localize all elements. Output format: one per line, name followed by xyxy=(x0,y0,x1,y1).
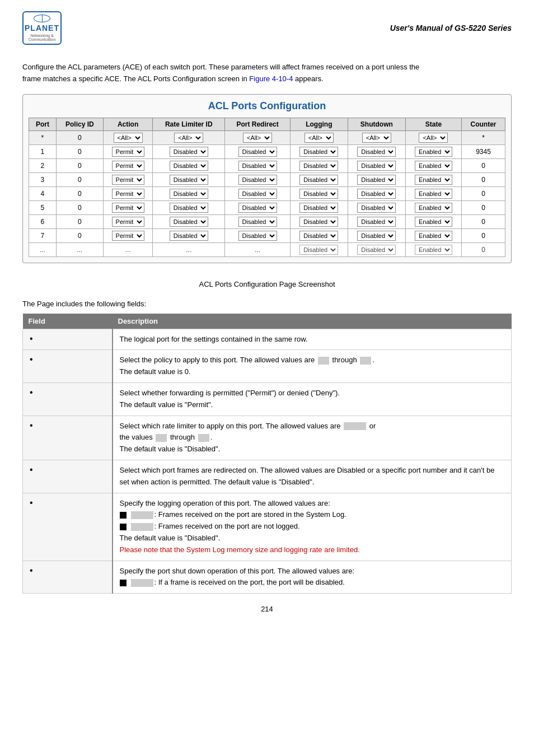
cell-shutdown[interactable]: Disabled xyxy=(348,158,405,172)
action-select[interactable]: <All> xyxy=(114,133,143,143)
cell-rate-limiter[interactable]: Disabled xyxy=(153,144,225,158)
cell-shutdown[interactable]: Disabled xyxy=(348,186,405,200)
port-redirect-select[interactable]: Disabled xyxy=(238,189,277,199)
cell-rate-limiter[interactable]: Disabled xyxy=(153,158,225,172)
shutdown-select[interactable]: Disabled xyxy=(357,231,396,241)
cell-action[interactable]: Permit xyxy=(103,214,152,228)
rate-limiter-select[interactable]: Disabled xyxy=(170,161,208,171)
shutdown-select[interactable]: <All> xyxy=(362,133,391,143)
cell-rate-limiter[interactable]: Disabled xyxy=(153,214,225,228)
state-select[interactable]: <All> xyxy=(419,133,448,143)
cell-logging[interactable]: Disabled xyxy=(290,186,348,200)
cell-shutdown[interactable]: Disabled xyxy=(348,144,405,158)
cell-rate-limiter[interactable]: Disabled xyxy=(153,200,225,214)
logging-select[interactable]: Disabled xyxy=(299,231,338,241)
action-select[interactable]: Permit xyxy=(112,147,144,157)
cell-policy-id: 0 xyxy=(56,158,103,172)
cell-port-redirect[interactable]: Disabled xyxy=(225,158,291,172)
port-redirect-select[interactable]: Disabled xyxy=(238,231,277,241)
cell-shutdown[interactable]: Disabled xyxy=(348,228,405,242)
cell-port-redirect[interactable]: <All> xyxy=(225,130,291,144)
action-select[interactable]: Permit xyxy=(112,175,144,185)
cell-port-redirect[interactable]: Disabled xyxy=(225,186,291,200)
port-redirect-select[interactable]: Disabled xyxy=(238,217,277,227)
state-select[interactable]: Enabled xyxy=(415,161,452,171)
state-select[interactable]: Enabled xyxy=(415,203,452,213)
rate-limiter-select[interactable]: Disabled xyxy=(170,189,208,199)
port-redirect-select[interactable]: Disabled xyxy=(238,161,277,171)
action-select[interactable]: Permit xyxy=(112,217,144,227)
cell-logging[interactable]: Disabled xyxy=(290,144,348,158)
state-select[interactable]: Enabled xyxy=(415,175,452,185)
cell-policy-id: 0 xyxy=(56,200,103,214)
state-select[interactable]: Enabled xyxy=(415,147,452,157)
shutdown-select[interactable]: Disabled xyxy=(357,203,396,213)
cell-rate-limiter[interactable]: Disabled xyxy=(153,228,225,242)
cell-port-redirect[interactable]: Disabled xyxy=(225,200,291,214)
rate-limiter-select[interactable]: <All> xyxy=(174,133,203,143)
shutdown-select[interactable]: Disabled xyxy=(357,147,396,157)
cell-logging[interactable]: Disabled xyxy=(290,172,348,186)
port-redirect-select[interactable]: Disabled xyxy=(238,175,277,185)
cell-state[interactable]: Enabled xyxy=(405,214,461,228)
cell-state[interactable]: Enabled xyxy=(405,228,461,242)
cell-shutdown[interactable]: Disabled xyxy=(348,172,405,186)
rate-limiter-select[interactable]: Disabled xyxy=(170,217,208,227)
cell-shutdown[interactable]: Disabled xyxy=(348,214,405,228)
port-redirect-select[interactable]: Disabled xyxy=(238,203,277,213)
action-select[interactable]: Permit xyxy=(112,161,144,171)
shutdown-select[interactable]: Disabled xyxy=(357,161,396,171)
action-select[interactable]: Permit xyxy=(112,231,144,241)
cell-action[interactable]: Permit xyxy=(103,144,152,158)
cell-shutdown[interactable]: Disabled xyxy=(348,200,405,214)
cell-state[interactable]: <All> xyxy=(405,130,461,144)
field-bullet: • xyxy=(30,388,33,397)
cell-action[interactable]: Permit xyxy=(103,158,152,172)
cell-action[interactable]: Permit xyxy=(103,186,152,200)
logging-select[interactable]: Disabled xyxy=(299,161,338,171)
state-select[interactable]: Enabled xyxy=(415,189,452,199)
logging-select[interactable]: Disabled xyxy=(299,203,338,213)
rate-limiter-select[interactable]: Disabled xyxy=(170,175,208,185)
state-select[interactable]: Enabled xyxy=(415,217,452,227)
logging-select[interactable]: Disabled xyxy=(299,147,338,157)
cell-port-redirect[interactable]: Disabled xyxy=(225,228,291,242)
cell-state[interactable]: Enabled xyxy=(405,172,461,186)
cell-logging[interactable]: Disabled xyxy=(290,200,348,214)
cell-port-redirect[interactable]: Disabled xyxy=(225,214,291,228)
state-select[interactable]: Enabled xyxy=(415,231,452,241)
cell-rate-limiter[interactable]: <All> xyxy=(153,130,225,144)
action-select[interactable]: Permit xyxy=(112,189,144,199)
shutdown-select[interactable]: Disabled xyxy=(357,217,396,227)
cell-state[interactable]: Enabled xyxy=(405,158,461,172)
cell-state[interactable]: Enabled xyxy=(405,144,461,158)
cell-rate-limiter[interactable]: Disabled xyxy=(153,172,225,186)
cell-logging[interactable]: Disabled xyxy=(290,214,348,228)
cell-action[interactable]: Permit xyxy=(103,228,152,242)
cell-action[interactable]: Permit xyxy=(103,172,152,186)
cell-action[interactable]: Permit xyxy=(103,200,152,214)
shutdown-select[interactable]: Disabled xyxy=(357,175,396,185)
cell-action[interactable]: <All> xyxy=(103,130,152,144)
rate-limiter-select[interactable]: Disabled xyxy=(170,147,208,157)
cell-state[interactable]: Enabled xyxy=(405,200,461,214)
cell-logging[interactable]: Disabled xyxy=(290,228,348,242)
logging-select[interactable]: Disabled xyxy=(299,189,338,199)
logging-select[interactable]: Disabled xyxy=(299,175,338,185)
port-redirect-select[interactable]: <All> xyxy=(243,133,272,143)
rate-limiter-select[interactable]: Disabled xyxy=(170,203,208,213)
cell-port-redirect[interactable]: Disabled xyxy=(225,144,291,158)
cell-port-redirect[interactable]: Disabled xyxy=(225,172,291,186)
logging-select[interactable]: Disabled xyxy=(299,217,338,227)
shutdown-select[interactable]: Disabled xyxy=(357,189,396,199)
port-redirect-select[interactable]: Disabled xyxy=(238,147,277,157)
logging-select[interactable]: <All> xyxy=(305,133,334,143)
cell-logging[interactable]: <All> xyxy=(290,130,348,144)
figure-link[interactable]: Figure 4-10-4 xyxy=(249,74,293,83)
rate-limiter-select[interactable]: Disabled xyxy=(170,231,208,241)
cell-rate-limiter[interactable]: Disabled xyxy=(153,186,225,200)
cell-state[interactable]: Enabled xyxy=(405,186,461,200)
cell-logging[interactable]: Disabled xyxy=(290,158,348,172)
action-select[interactable]: Permit xyxy=(112,203,144,213)
cell-shutdown[interactable]: <All> xyxy=(348,130,405,144)
